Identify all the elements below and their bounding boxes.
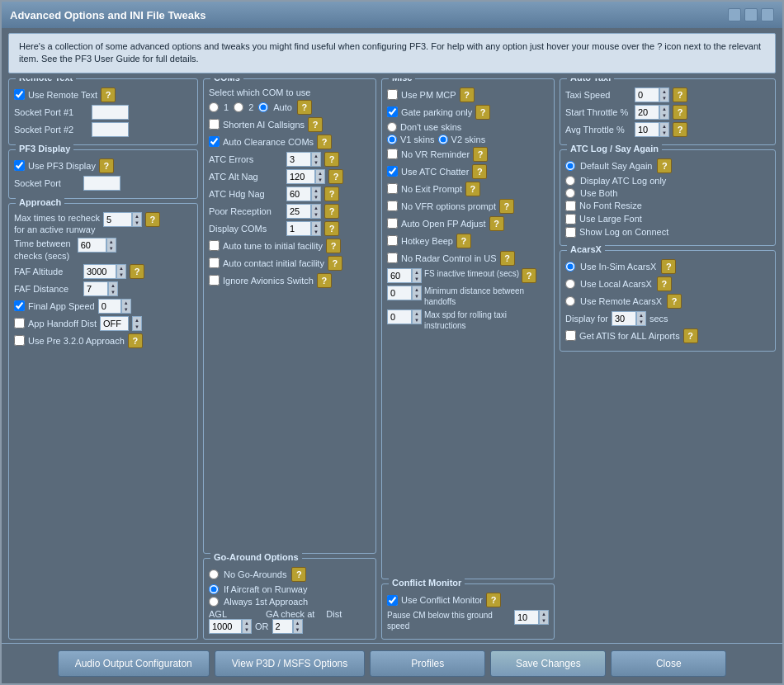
display-coms-input[interactable] <box>286 221 311 236</box>
auto-tune-help[interactable]: ? <box>326 239 341 253</box>
use-pm-mcp-checkbox[interactable] <box>387 89 398 100</box>
get-atis-help[interactable]: ? <box>683 328 698 343</box>
no-vfr-help[interactable]: ? <box>499 199 514 214</box>
use-pre-help[interactable]: ? <box>128 333 143 348</box>
time-between-input[interactable] <box>78 238 106 253</box>
com-auto-radio[interactable] <box>258 102 268 112</box>
local-acarsx-radio[interactable] <box>565 279 575 289</box>
time-between-spinner[interactable]: ▲ ▼ <box>106 238 116 253</box>
local-acarsx-help[interactable]: ? <box>657 276 672 291</box>
atc-errors-input[interactable] <box>286 152 311 167</box>
minimize-button[interactable] <box>728 8 741 21</box>
agl-spinner[interactable]: ▲ ▼ <box>242 619 252 634</box>
use-remote-text-checkbox[interactable] <box>14 89 25 100</box>
atc-hdg-nag-help[interactable]: ? <box>324 187 339 201</box>
atc-alt-nag-spinner[interactable]: ▲ ▼ <box>315 169 325 184</box>
atc-hdg-nag-spinner[interactable]: ▲ ▼ <box>311 187 321 201</box>
conflict-monitor-help[interactable]: ? <box>486 593 501 607</box>
fs-inactive-input[interactable] <box>387 268 412 283</box>
com-2-radio[interactable] <box>234 102 243 112</box>
faf-dist-input[interactable] <box>83 281 108 296</box>
go-around-help[interactable]: ? <box>291 567 306 582</box>
close-button[interactable]: Close <box>611 650 726 677</box>
min-dist-input[interactable] <box>387 286 412 300</box>
no-exit-prompt-checkbox[interactable] <box>387 183 398 194</box>
v1-skins-radio[interactable] <box>387 135 397 144</box>
use-conflict-monitor-checkbox[interactable] <box>387 595 398 606</box>
display-coms-spinner[interactable]: ▲ ▼ <box>311 221 321 236</box>
app-handoff-spinner[interactable]: ▲ ▼ <box>132 316 142 331</box>
avg-throttle-spinner[interactable]: ▲ ▼ <box>659 122 669 137</box>
no-vr-help[interactable]: ? <box>473 147 488 162</box>
shorten-ai-help[interactable]: ? <box>308 117 323 132</box>
audio-config-button[interactable]: Audio Output Configuraton <box>58 650 210 677</box>
auto-clear-help[interactable]: ? <box>317 135 332 149</box>
final-app-checkbox[interactable] <box>14 300 25 311</box>
atc-errors-spinner[interactable]: ▲ ▼ <box>311 152 321 167</box>
use-pf3-display-checkbox[interactable] <box>14 160 25 171</box>
auto-open-fp-checkbox[interactable] <box>387 218 398 229</box>
max-times-spinner[interactable]: ▲ ▼ <box>132 212 142 227</box>
in-sim-acarsx-help[interactable]: ? <box>661 259 676 274</box>
max-times-input[interactable] <box>103 212 132 227</box>
final-app-spinner[interactable]: ▲ ▼ <box>121 299 131 314</box>
ignore-avionics-checkbox[interactable] <box>209 275 220 286</box>
close-window-button[interactable] <box>761 8 774 21</box>
remote-acarsx-radio[interactable] <box>565 296 575 306</box>
max-times-help[interactable]: ? <box>145 212 160 227</box>
faf-alt-input[interactable] <box>83 264 116 279</box>
view-p3d-button[interactable]: View P3D / MSFS Options <box>215 650 366 677</box>
gate-parking-checkbox[interactable] <box>387 106 398 117</box>
gate-parking-help[interactable]: ? <box>475 105 490 120</box>
socket2-input[interactable]: 1009 <box>92 122 129 137</box>
final-app-input[interactable] <box>98 299 121 314</box>
no-exit-prompt-help[interactable]: ? <box>465 182 480 196</box>
faf-alt-spinner[interactable]: ▲ ▼ <box>116 264 126 279</box>
max-spd-spinner[interactable]: ▲ ▼ <box>412 309 422 324</box>
always-1st-radio[interactable] <box>209 597 219 607</box>
atc-errors-help[interactable]: ? <box>324 152 339 167</box>
fs-inactive-spinner[interactable]: ▲ ▼ <box>412 268 422 283</box>
no-vr-checkbox[interactable] <box>387 149 398 159</box>
hotkey-beep-help[interactable]: ? <box>456 234 471 248</box>
faf-alt-help[interactable]: ? <box>130 264 144 279</box>
taxi-speed-input[interactable] <box>635 87 659 102</box>
display-for-input[interactable] <box>612 311 636 326</box>
atc-hdg-nag-input[interactable] <box>286 187 311 201</box>
pause-cm-input[interactable] <box>514 610 539 625</box>
ignore-avionics-help[interactable]: ? <box>317 273 332 288</box>
profiles-button[interactable]: Profiles <box>370 650 485 677</box>
display-atc-radio[interactable] <box>565 176 575 186</box>
hotkey-beep-checkbox[interactable] <box>387 235 398 246</box>
use-pre-checkbox[interactable] <box>14 335 25 346</box>
start-throttle-help[interactable]: ? <box>673 105 687 120</box>
atc-log-help[interactable]: ? <box>657 158 672 173</box>
auto-contact-checkbox[interactable] <box>209 257 220 268</box>
auto-clear-checkbox[interactable] <box>209 136 220 147</box>
com-help[interactable]: ? <box>297 100 312 115</box>
com-1-radio[interactable] <box>209 102 219 112</box>
in-sim-acarsx-radio[interactable] <box>565 262 575 272</box>
faf-dist-spinner[interactable]: ▲ ▼ <box>108 281 118 296</box>
shorten-ai-checkbox[interactable] <box>209 119 220 130</box>
app-handoff-input[interactable] <box>100 316 129 331</box>
no-radar-checkbox[interactable] <box>387 253 398 263</box>
taxi-speed-help[interactable]: ? <box>673 87 687 102</box>
use-large-font-checkbox[interactable] <box>565 214 576 224</box>
no-radar-help[interactable]: ? <box>500 251 515 266</box>
default-say-again-radio[interactable] <box>565 161 575 171</box>
poor-reception-input[interactable] <box>286 204 311 219</box>
no-go-around-radio[interactable] <box>209 569 219 579</box>
get-atis-checkbox[interactable] <box>565 330 576 341</box>
avg-throttle-help[interactable]: ? <box>673 122 687 137</box>
dont-use-skins-radio[interactable] <box>387 122 397 132</box>
maximize-button[interactable] <box>744 8 758 21</box>
pf3-socket-input[interactable]: 1010 <box>83 176 120 191</box>
or-input[interactable] <box>272 619 293 634</box>
auto-tune-checkbox[interactable] <box>209 240 220 251</box>
pause-cm-spinner[interactable]: ▲ ▼ <box>539 610 549 625</box>
agl-input[interactable] <box>209 619 242 634</box>
avg-throttle-input[interactable] <box>635 122 659 137</box>
atc-alt-nag-input[interactable] <box>286 169 315 184</box>
use-atc-chatter-help[interactable]: ? <box>472 164 487 179</box>
